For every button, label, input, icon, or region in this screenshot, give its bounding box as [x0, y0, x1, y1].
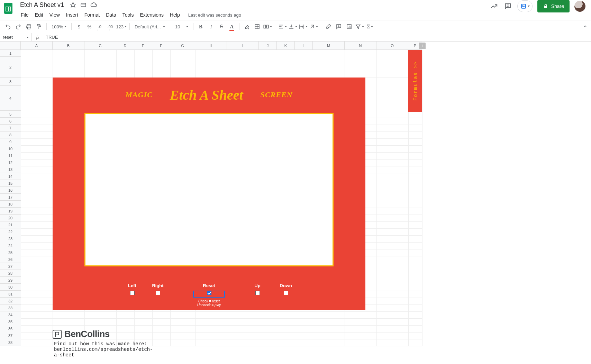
row-header[interactable]: 12 — [0, 159, 21, 166]
bold-button[interactable]: B — [196, 22, 205, 31]
column-header[interactable]: G — [170, 42, 195, 50]
row-header[interactable]: 7 — [0, 125, 21, 131]
control-right-checkbox[interactable] — [156, 291, 160, 295]
select-all-corner[interactable] — [0, 42, 21, 50]
row-header[interactable]: 27 — [0, 263, 21, 270]
row-header[interactable]: 14 — [0, 173, 21, 180]
merge-button[interactable] — [263, 22, 272, 31]
increase-decimal-button[interactable]: .00→ — [106, 22, 115, 31]
row-header[interactable]: 18 — [0, 201, 21, 208]
star-icon[interactable] — [70, 1, 76, 8]
column-header[interactable]: D — [116, 42, 134, 50]
control-left-checkbox[interactable] — [130, 291, 135, 295]
menu-format[interactable]: Format — [82, 11, 102, 19]
move-icon[interactable] — [80, 1, 87, 8]
strikethrough-button[interactable]: S — [217, 22, 226, 31]
insert-chart-button[interactable] — [345, 22, 354, 31]
menu-extensions[interactable]: Extensions — [137, 11, 166, 19]
row-header[interactable]: 34 — [0, 311, 21, 318]
account-avatar[interactable] — [574, 1, 585, 12]
v-align-button[interactable] — [288, 22, 297, 31]
row-header[interactable]: 36 — [0, 325, 21, 332]
row-header[interactable]: 38 — [0, 339, 21, 346]
format-percent-button[interactable]: % — [85, 22, 94, 31]
decrease-decimal-button[interactable]: .0← — [95, 22, 104, 31]
menu-edit[interactable]: Edit — [32, 11, 46, 19]
row-header[interactable]: 31 — [0, 291, 21, 298]
cloud-icon[interactable] — [90, 1, 97, 8]
italic-button[interactable]: I — [207, 22, 216, 31]
functions-button[interactable]: Σ — [365, 22, 374, 31]
control-reset-checkbox[interactable] — [207, 291, 211, 295]
column-header[interactable]: I — [227, 42, 259, 50]
row-header[interactable]: 1 — [0, 50, 21, 57]
row-header[interactable]: 21 — [0, 221, 21, 228]
row-header[interactable]: 19 — [0, 208, 21, 215]
column-header[interactable]: H — [195, 42, 227, 50]
print-button[interactable] — [24, 22, 33, 31]
column-header[interactable]: J — [259, 42, 277, 50]
control-down-checkbox[interactable] — [284, 291, 288, 295]
row-header[interactable]: 4 — [0, 86, 21, 111]
column-header[interactable]: N — [345, 42, 376, 50]
row-header[interactable]: 33 — [0, 304, 21, 311]
menu-file[interactable]: File — [18, 11, 31, 19]
sheets-logo[interactable] — [1, 1, 15, 15]
share-button[interactable]: Share — [537, 0, 570, 12]
zoom-dropdown[interactable]: 100% — [49, 24, 69, 29]
row-header[interactable]: 11 — [0, 152, 21, 159]
row-header[interactable]: 6 — [0, 118, 21, 125]
column-header[interactable]: F — [152, 42, 170, 50]
row-header[interactable]: 24 — [0, 242, 21, 249]
row-header[interactable]: 23 — [0, 235, 21, 242]
more-formats-dropdown[interactable]: 123 — [116, 22, 127, 31]
row-header[interactable]: 16 — [0, 187, 21, 194]
borders-button[interactable] — [253, 22, 262, 31]
row-header[interactable]: 17 — [0, 194, 21, 201]
last-edit-link[interactable]: Last edit was seconds ago — [185, 11, 244, 19]
row-header[interactable]: 20 — [0, 215, 21, 221]
row-header[interactable]: 30 — [0, 284, 21, 291]
row-header[interactable]: 32 — [0, 298, 21, 304]
row-header[interactable]: 28 — [0, 270, 21, 277]
redo-button[interactable] — [14, 22, 23, 31]
menu-data[interactable]: Data — [103, 11, 119, 19]
row-header[interactable]: 35 — [0, 318, 21, 325]
column-header[interactable]: B — [53, 42, 84, 50]
menu-tools[interactable]: Tools — [120, 11, 137, 19]
column-header[interactable]: E — [134, 42, 152, 50]
comments-icon[interactable] — [503, 2, 512, 11]
doc-title[interactable]: Etch A Sheet v1 — [18, 1, 66, 9]
menu-view[interactable]: View — [47, 11, 63, 19]
add-column-button[interactable]: + — [419, 43, 426, 49]
row-header[interactable]: 10 — [0, 145, 21, 152]
row-header[interactable]: 8 — [0, 131, 21, 138]
spreadsheet-grid[interactable]: ABCDEFGHIJKLMNOP 12345678910111213141516… — [0, 42, 591, 364]
rotate-text-button[interactable] — [309, 22, 318, 31]
h-align-button[interactable] — [278, 22, 287, 31]
collapse-toolbar-button[interactable] — [583, 24, 588, 30]
font-dropdown[interactable]: Default (Ari... — [133, 24, 167, 29]
wrap-button[interactable] — [299, 22, 308, 31]
fill-color-button[interactable] — [242, 22, 251, 31]
undo-button[interactable] — [3, 22, 12, 31]
name-box[interactable]: reset — [0, 33, 32, 41]
row-header[interactable]: 22 — [0, 228, 21, 235]
row-header[interactable]: 26 — [0, 256, 21, 263]
row-header[interactable]: 13 — [0, 166, 21, 173]
column-header[interactable]: O — [376, 42, 408, 50]
format-currency-button[interactable]: $ — [74, 22, 83, 31]
menu-help[interactable]: Help — [167, 11, 183, 19]
row-header[interactable]: 25 — [0, 249, 21, 256]
column-header[interactable]: M — [313, 42, 345, 50]
activity-icon[interactable] — [490, 2, 499, 11]
formula-input[interactable]: TRUE — [44, 35, 591, 40]
row-header[interactable]: 5 — [0, 111, 21, 118]
column-header[interactable]: K — [277, 42, 295, 50]
presence-button[interactable] — [517, 0, 533, 12]
formulas-tab[interactable]: Formulas >> — [408, 50, 422, 112]
row-header[interactable]: 29 — [0, 277, 21, 284]
menu-insert[interactable]: Insert — [63, 11, 81, 19]
column-header[interactable]: C — [84, 42, 116, 50]
row-header[interactable]: 15 — [0, 180, 21, 187]
